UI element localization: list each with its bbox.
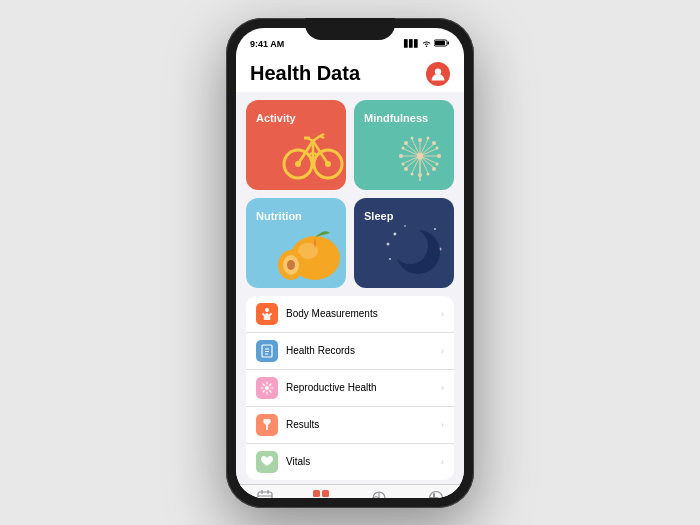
tab-bar: Today Health Data Sources [236, 484, 464, 498]
svg-point-35 [432, 141, 436, 145]
vitals-label: Vitals [286, 456, 441, 467]
svg-line-14 [320, 134, 324, 136]
svg-point-50 [417, 153, 423, 159]
svg-rect-75 [313, 490, 320, 497]
svg-point-57 [434, 228, 436, 230]
svg-rect-77 [322, 490, 329, 497]
svg-point-65 [265, 308, 269, 312]
health-records-chevron: › [441, 346, 444, 356]
page-title: Health Data [250, 62, 360, 85]
sources-tab-icon [370, 489, 388, 498]
profile-avatar[interactable] [426, 62, 450, 86]
tab-medical-id[interactable]: Medical ID [414, 489, 458, 498]
vitals-chevron: › [441, 457, 444, 467]
phone-shell: 9:41 AM ▋▋▋ Health Data [226, 18, 474, 508]
reproductive-health-chevron: › [441, 383, 444, 393]
mindfulness-card[interactable]: Mindfulness [354, 100, 454, 190]
svg-point-41 [404, 141, 408, 145]
dandelion-illustration [390, 126, 450, 186]
health-records-label: Health Records [286, 345, 441, 356]
svg-point-43 [436, 146, 439, 149]
signal-icon: ▋▋▋ [404, 40, 419, 48]
body-measurements-label: Body Measurements [286, 308, 441, 319]
tab-sources[interactable]: Sources [357, 489, 401, 498]
results-label: Results [286, 419, 441, 430]
peach-illustration [275, 213, 346, 288]
body-measurements-icon [256, 303, 278, 325]
svg-point-70 [265, 386, 269, 390]
nutrition-card-label: Nutrition [256, 210, 302, 222]
svg-point-48 [402, 146, 405, 149]
svg-point-45 [427, 172, 430, 175]
svg-line-12 [313, 136, 320, 141]
mindfulness-card-label: Mindfulness [364, 112, 428, 124]
activity-card[interactable]: Activity [246, 100, 346, 190]
svg-point-47 [402, 162, 405, 165]
svg-point-64 [392, 228, 428, 264]
activity-card-label: Activity [256, 112, 296, 124]
reproductive-health-label: Reproductive Health [286, 382, 441, 393]
notch [305, 18, 395, 40]
reproductive-health-icon [256, 377, 278, 399]
results-item[interactable]: Results › [246, 407, 454, 444]
body-measurements-item[interactable]: Body Measurements › [246, 296, 454, 333]
svg-point-3 [435, 68, 441, 74]
screen-content: Health Data Activity [236, 54, 464, 498]
app-header: Health Data [236, 54, 464, 92]
sleep-card[interactable]: Sleep [354, 198, 454, 288]
results-chevron: › [441, 420, 444, 430]
wifi-icon [422, 40, 431, 48]
medical-id-tab-icon [427, 489, 445, 498]
svg-point-42 [427, 136, 430, 139]
svg-rect-1 [435, 41, 445, 45]
body-measurements-chevron: › [441, 309, 444, 319]
svg-point-60 [404, 225, 406, 227]
phone-screen: 9:41 AM ▋▋▋ Health Data [236, 28, 464, 498]
svg-point-37 [432, 167, 436, 171]
bicycle-illustration [278, 116, 346, 186]
svg-point-38 [418, 173, 422, 177]
svg-point-34 [418, 138, 422, 142]
health-records-icon [256, 340, 278, 362]
svg-point-44 [436, 162, 439, 165]
tab-health-data[interactable]: Health Data [300, 489, 344, 498]
status-icons: ▋▋▋ [404, 39, 450, 48]
moon-illustration [380, 214, 450, 284]
sleep-card-label: Sleep [364, 210, 393, 222]
battery-icon [434, 39, 450, 48]
health-data-tab-icon [313, 489, 331, 498]
svg-point-62 [387, 242, 390, 245]
svg-point-36 [437, 154, 441, 158]
health-list-section: Body Measurements › Health Records › Rep… [246, 296, 454, 480]
svg-point-55 [287, 260, 295, 270]
tab-today[interactable]: Today [243, 489, 287, 498]
svg-point-49 [411, 136, 414, 139]
health-categories-grid: Activity [236, 92, 464, 296]
today-tab-icon [256, 489, 274, 498]
reproductive-health-item[interactable]: Reproductive Health › [246, 370, 454, 407]
svg-point-40 [399, 154, 403, 158]
svg-rect-2 [448, 42, 450, 45]
results-icon [256, 414, 278, 436]
svg-rect-71 [258, 492, 272, 498]
vitals-item[interactable]: Vitals › [246, 444, 454, 480]
health-records-item[interactable]: Health Records › [246, 333, 454, 370]
status-time: 9:41 AM [250, 39, 284, 49]
svg-point-59 [389, 258, 391, 260]
nutrition-card[interactable]: Nutrition [246, 198, 346, 288]
vitals-icon [256, 451, 278, 473]
svg-point-46 [411, 172, 414, 175]
svg-point-39 [404, 167, 408, 171]
